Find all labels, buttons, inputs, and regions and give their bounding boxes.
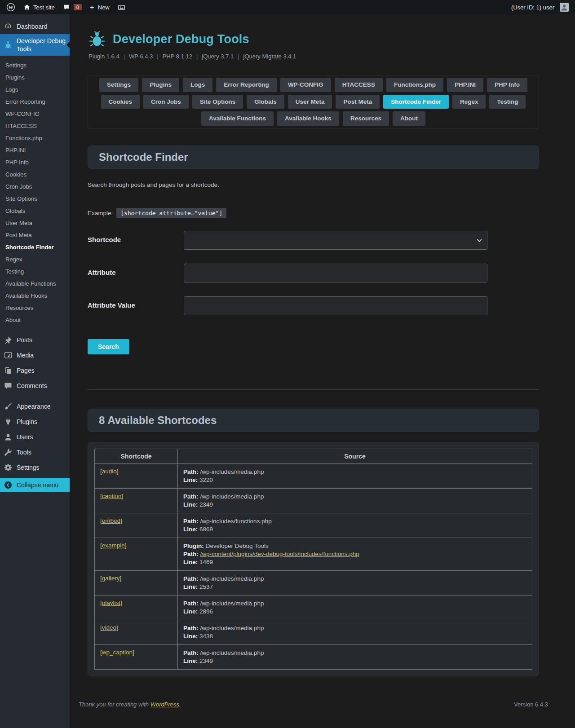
sidebar-item-settings[interactable]: Settings — [0, 460, 70, 475]
tab-wp-config[interactable]: WP-CONFIG — [280, 78, 331, 92]
tab-post-meta[interactable]: Post Meta — [336, 95, 380, 109]
section-heading-finder: Shortcode Finder — [88, 146, 539, 169]
source-line: Path: /wp-includes/media.php — [183, 624, 526, 632]
sidebar-subitem-logs[interactable]: Logs — [0, 84, 70, 96]
source-line: Line: 2349 — [183, 657, 526, 665]
tab-logs[interactable]: Logs — [183, 78, 212, 92]
source-path-link[interactable]: /wp-content/plugins/dev-debug-tools/incl… — [200, 551, 359, 557]
sidebar-subitem-available-functions[interactable]: Available Functions — [0, 278, 70, 290]
sidebar-subitem-cron-jobs[interactable]: Cron Jobs — [0, 181, 70, 193]
sidebar-subitem-about[interactable]: About — [0, 314, 70, 326]
tab-settings[interactable]: Settings — [99, 78, 138, 92]
sidebar-subitem-error-reporting[interactable]: Error Reporting — [0, 96, 70, 108]
tab-available-functions[interactable]: Available Functions — [201, 111, 274, 126]
sidebar-subitem-site-options[interactable]: Site Options — [0, 193, 70, 205]
tab-plugins[interactable]: Plugins — [142, 78, 179, 92]
tab-available-hooks[interactable]: Available Hooks — [277, 111, 339, 126]
avatar — [560, 3, 569, 12]
tab-htaccess[interactable]: HTACCESS — [335, 78, 383, 92]
shortcode-link-gallery[interactable]: [gallery] — [100, 575, 121, 582]
comment-bubble-icon — [4, 381, 13, 390]
tab-testing[interactable]: Testing — [489, 95, 526, 109]
source-line: Line: 1469 — [183, 558, 526, 566]
sidebar-item-tools[interactable]: Tools — [0, 445, 70, 460]
sidebar-item-media[interactable]: Media — [0, 348, 70, 363]
wp-logo-icon[interactable]: W — [6, 3, 15, 12]
sidebar-subitem-globals[interactable]: Globals — [0, 205, 70, 217]
collapse-menu-button[interactable]: Collapse menu — [0, 478, 70, 492]
sidebar-subitem-htaccess[interactable]: HTACCESS — [0, 120, 70, 132]
table-row: [caption]Path: /wp-includes/media.phpLin… — [95, 488, 532, 513]
tab-php-info[interactable]: PHP Info — [487, 78, 527, 92]
tab-resources[interactable]: Resources — [343, 111, 389, 126]
table-row: [embed]Path: /wp-includes/functions.phpL… — [95, 513, 532, 538]
tab-cookies[interactable]: Cookies — [101, 95, 140, 109]
tab-error-reporting[interactable]: Error Reporting — [216, 78, 277, 92]
brush-icon — [4, 402, 13, 411]
shortcode-link-playlist[interactable]: [playlist] — [100, 600, 122, 606]
account-menu[interactable]: (User ID: 1) user — [511, 3, 569, 12]
tab-site-options[interactable]: Site Options — [192, 95, 243, 109]
tab-php-ini[interactable]: PHP.INI — [447, 78, 483, 92]
sidebar-subitem-php-ini[interactable]: PHP.INI — [0, 144, 70, 156]
attribute-input[interactable] — [184, 264, 487, 282]
sidebar-subitem-settings[interactable]: Settings — [0, 59, 70, 71]
shortcode-select[interactable] — [184, 231, 487, 250]
tab-shortcode-finder[interactable]: Shortcode Finder — [383, 95, 449, 109]
source-line: Path: /wp-content/plugins/dev-debug-tool… — [183, 550, 526, 558]
sidebar-subitem-resources[interactable]: Resources — [0, 302, 70, 314]
shortcode-link-audio[interactable]: [audio] — [100, 468, 119, 475]
wordpress-link[interactable]: WordPress — [150, 701, 179, 708]
search-button[interactable]: Search — [88, 339, 129, 354]
example-line: Example: [shortcode attribute="value"] — [88, 208, 539, 218]
sidebar-subitem-shortcode-finder[interactable]: Shortcode Finder — [0, 241, 70, 253]
attribute-value-label: Attribute Value — [88, 296, 184, 315]
finder-description: Search through posts and pages for a sho… — [88, 181, 539, 188]
tab-globals[interactable]: Globals — [247, 95, 284, 109]
tab-regex[interactable]: Regex — [452, 95, 486, 109]
sidebar-subitem-available-hooks[interactable]: Available Hooks — [0, 290, 70, 302]
new-menu[interactable]: + New — [90, 4, 110, 11]
sidebar-item-dashboard[interactable]: Dashboard — [0, 19, 70, 34]
sidebar-subitem-php-info[interactable]: PHP Info — [0, 156, 70, 168]
sidebar-item-plugins[interactable]: Plugins — [0, 414, 70, 429]
attribute-label: Attribute — [88, 264, 184, 282]
sidebar-subitem-functions-php[interactable]: Functions.php — [0, 132, 70, 144]
sidebar-subitem-testing[interactable]: Testing — [0, 265, 70, 278]
tab-cron-jobs[interactable]: Cron Jobs — [143, 95, 189, 109]
sidebar-item-pages[interactable]: Pages — [0, 363, 70, 378]
shortcode-link-caption[interactable]: [caption] — [100, 493, 123, 499]
sidebar-subitem-post-meta[interactable]: Post Meta — [0, 229, 70, 241]
sidebar-item-comments[interactable]: Comments — [0, 378, 70, 393]
tab-about[interactable]: About — [393, 111, 425, 126]
collapse-icon — [4, 481, 13, 490]
sidebar-subitem-user-meta[interactable]: User Meta — [0, 217, 70, 229]
sidebar-subitem-plugins[interactable]: Plugins — [0, 71, 70, 84]
tab-user-meta[interactable]: User Meta — [288, 95, 332, 109]
column-header-source: Source — [178, 449, 532, 463]
attribute-value-input[interactable] — [184, 296, 487, 315]
meta-item: WP 6.4.3 — [129, 53, 153, 60]
source-line: Line: 6869 — [183, 525, 526, 534]
comments-menu[interactable]: 0 — [63, 4, 82, 11]
meta-item: Plugin 1.6.4 — [88, 53, 119, 60]
sidebar-item-posts[interactable]: Posts — [0, 332, 70, 348]
shortcode-link-video[interactable]: [video] — [100, 624, 118, 631]
meta-item: PHP 8.1.12 — [163, 53, 192, 60]
table-row: [gallery]Path: /wp-includes/media.phpLin… — [95, 570, 532, 595]
shortcode-link-wp-caption[interactable]: [wp_caption] — [100, 649, 134, 656]
sidebar-item-appearance[interactable]: Appearance — [0, 399, 70, 414]
sidebar-subitem-regex[interactable]: Regex — [0, 253, 70, 265]
screen-button[interactable] — [118, 4, 125, 11]
source-line: Line: 2896 — [183, 608, 526, 616]
tab-functions-php[interactable]: Functions.php — [386, 78, 443, 92]
sidebar-item-developer-debug-tools[interactable]: Developer Debug Tools — [0, 34, 70, 56]
site-menu[interactable]: Test site — [23, 4, 55, 11]
shortcode-link-embed[interactable]: [embed] — [100, 517, 122, 524]
sidebar-subitem-cookies[interactable]: Cookies — [0, 168, 70, 181]
sidebar-item-users[interactable]: Users — [0, 429, 70, 445]
comment-icon — [63, 4, 70, 11]
source-line: Line: 2537 — [183, 583, 526, 591]
sidebar-subitem-wp-config[interactable]: WP-CONFIG — [0, 108, 70, 120]
shortcode-link-example[interactable]: [example] — [100, 542, 127, 549]
